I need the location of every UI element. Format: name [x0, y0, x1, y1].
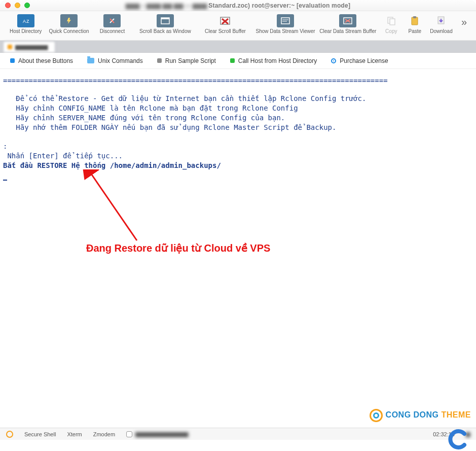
- folder-icon: [87, 58, 94, 63]
- svg-line-22: [90, 172, 137, 240]
- paste-button[interactable]: Paste: [404, 13, 427, 34]
- window-title: ▆▆▆ – ▆▆▆ ▆▆ ▆▆ — ▆▆▆ Standard.zoc) root…: [0, 2, 476, 9]
- stream-icon: [277, 14, 294, 27]
- terminal-cursor: [3, 180, 7, 181]
- host-directory-button[interactable]: AZ Host Directory: [4, 13, 47, 34]
- square-icon: [230, 58, 235, 63]
- checkbox-icon: [126, 431, 132, 437]
- download-button[interactable]: Download: [426, 13, 456, 34]
- clear-icon: [216, 14, 234, 27]
- disconnect-button[interactable]: Disconnect: [91, 13, 134, 34]
- main-toolbar: AZ Host Directory Quick Connection Disco…: [0, 11, 476, 41]
- status-logo: [6, 431, 13, 438]
- tab-bar: ▆▆▆▆▆▆▆▆: [0, 41, 476, 53]
- annotation-text: Đang Restore dữ liệu từ Cloud về VPS: [86, 241, 270, 255]
- unix-commands-button[interactable]: Unix Commands: [87, 57, 143, 64]
- svg-marker-3: [67, 18, 71, 24]
- label: Purchase License: [340, 57, 388, 64]
- status-xterm[interactable]: Xterm: [67, 431, 82, 437]
- clear-scroll-buffer-button[interactable]: Clear Scroll Buffer: [197, 13, 254, 34]
- svg-rect-11: [281, 18, 289, 24]
- toolbar-label: Clear Scroll Buffer: [205, 28, 246, 34]
- scroll-back-window-button[interactable]: Scroll Back as Window: [134, 13, 196, 34]
- toolbar-label: Paste: [408, 28, 421, 34]
- window-icon: [157, 14, 174, 27]
- label: Call Host from Host Directory: [238, 57, 317, 64]
- svg-rect-7: [161, 18, 169, 19]
- quick-button-bar: About these Buttons Unix Commands Run Sa…: [0, 53, 476, 69]
- svg-rect-19: [412, 17, 418, 25]
- brand-c-icon: [447, 429, 468, 450]
- toolbar-label: Clear Data Stream Buffer: [319, 28, 376, 34]
- download-icon: [432, 14, 450, 27]
- watermark-logo: CONG DONG THEME: [370, 409, 471, 422]
- radio-icon: [331, 58, 336, 63]
- svg-rect-18: [390, 19, 395, 25]
- copy-button: Copy: [379, 13, 403, 34]
- svg-rect-20: [413, 16, 416, 18]
- svg-text:Z: Z: [26, 19, 29, 24]
- svg-text:A: A: [23, 19, 26, 24]
- paste-icon: [406, 14, 423, 27]
- ring-icon: [6, 431, 13, 438]
- copy-icon: [383, 14, 400, 27]
- toolbar-label: Host Directory: [10, 28, 42, 34]
- lightning-icon: [60, 14, 78, 27]
- status-zmodem[interactable]: Zmodem: [93, 431, 115, 437]
- window-titlebar: ▆▆▆ – ▆▆▆ ▆▆ ▆▆ — ▆▆▆ Standard.zoc) root…: [0, 0, 476, 11]
- toolbar-label: Show Data Stream Viewer: [256, 28, 315, 34]
- separator-line: ========================================…: [3, 76, 473, 86]
- label: About these Buttons: [18, 57, 73, 64]
- annotation-arrow-icon: [81, 169, 172, 251]
- disconnect-icon: [103, 14, 121, 27]
- quick-connection-button[interactable]: Quick Connection: [47, 13, 90, 34]
- ring-icon: [370, 409, 383, 422]
- toolbar-label: Disconnect: [100, 28, 125, 34]
- toolbar-label: Scroll Back as Window: [139, 28, 191, 34]
- toolbar-label: Download: [430, 28, 452, 34]
- toolbar-overflow-button[interactable]: »: [456, 13, 472, 31]
- clear-data-stream-button[interactable]: Clear Data Stream Buffer: [317, 13, 379, 34]
- footer-padding: [0, 440, 476, 451]
- clear-stream-icon: [339, 14, 356, 27]
- label: Run Sample Script: [165, 57, 216, 64]
- run-sample-script-button[interactable]: Run Sample Script: [157, 57, 216, 64]
- status-checkbox[interactable]: ▆▆▆▆▆▆▆▆▆▆▆▆▆: [126, 431, 188, 437]
- label: Unix Commands: [98, 57, 143, 64]
- square-icon: [10, 58, 15, 63]
- toolbar-label: Quick Connection: [49, 28, 89, 34]
- status-secure-shell[interactable]: Secure Shell: [24, 431, 56, 437]
- show-data-stream-button[interactable]: Show Data Stream Viewer: [254, 13, 316, 34]
- terminal-text: Để có thể Restore - Get dữ liệu từ Inter…: [3, 94, 473, 180]
- toolbar-label: Copy: [385, 28, 397, 34]
- terminal-output[interactable]: ========================================…: [0, 69, 476, 427]
- call-host-button[interactable]: Call Host from Host Directory: [230, 57, 317, 64]
- about-buttons-button[interactable]: About these Buttons: [10, 57, 73, 64]
- session-tab[interactable]: ▆▆▆▆▆▆▆▆: [3, 41, 55, 52]
- purchase-license-button[interactable]: Purchase License: [331, 57, 388, 64]
- book-icon: AZ: [17, 14, 34, 27]
- status-bar: Secure Shell Xterm Zmodem ▆▆▆▆▆▆▆▆▆▆▆▆▆ …: [0, 428, 476, 440]
- square-icon: [157, 58, 162, 63]
